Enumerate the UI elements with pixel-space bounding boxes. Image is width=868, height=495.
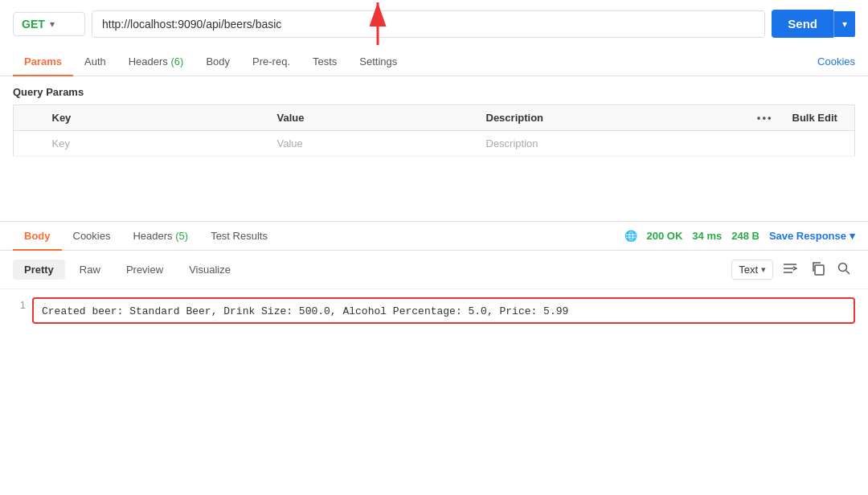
middle-spacer xyxy=(0,157,868,221)
copy-icon[interactable] xyxy=(807,257,829,282)
tab-settings[interactable]: Settings xyxy=(348,47,408,76)
response-meta: 🌐 200 OK 34 ms 248 B Save Response ▾ xyxy=(624,230,856,242)
url-input[interactable] xyxy=(92,11,764,37)
search-icon[interactable] xyxy=(833,257,855,282)
row-description[interactable]: Description xyxy=(477,131,747,157)
text-format-chevron: ▾ xyxy=(761,264,766,275)
url-input-wrapper xyxy=(92,10,765,38)
send-button[interactable]: Send xyxy=(772,10,833,38)
col-value-header: Value xyxy=(268,105,477,131)
tab-prereq[interactable]: Pre-req. xyxy=(241,47,301,76)
method-label: GET xyxy=(22,18,45,31)
top-bar: GET ▾ Send ▾ xyxy=(0,0,868,47)
wrap-icon[interactable] xyxy=(776,258,804,282)
row-checkbox[interactable] xyxy=(14,131,43,157)
line-number: 1 xyxy=(13,297,26,324)
globe-icon: 🌐 xyxy=(624,230,637,242)
response-content-wrapper: Created beer: Standard Beer, Drink Size:… xyxy=(32,297,855,324)
col-desc-header: Description xyxy=(477,105,747,131)
bulk-edit-button[interactable]: Bulk Edit xyxy=(792,112,837,124)
col-dots-header: ••• xyxy=(747,105,783,131)
col-bulk-header: Bulk Edit xyxy=(783,105,855,131)
response-tabs: Body Cookies Headers (5) Test Results 🌐 … xyxy=(0,222,868,251)
response-tab-test-results[interactable]: Test Results xyxy=(199,222,279,250)
text-format-selector[interactable]: Text ▾ xyxy=(731,260,773,280)
send-button-wrapper: Send ▾ xyxy=(772,10,855,38)
col-checkbox xyxy=(14,105,43,131)
request-nav-tabs: Params Auth Headers (6) Body Pre-req. Te… xyxy=(0,47,868,76)
response-section: Body Cookies Headers (5) Test Results 🌐 … xyxy=(0,221,868,332)
response-tab-cookies[interactable]: Cookies xyxy=(62,222,122,250)
response-tab-headers[interactable]: Headers (5) xyxy=(121,222,199,250)
response-text: Created beer: Standard Beer, Drink Size:… xyxy=(42,305,568,317)
svg-point-6 xyxy=(839,264,847,272)
format-tab-pretty[interactable]: Pretty xyxy=(13,260,65,280)
format-tab-preview[interactable]: Preview xyxy=(115,260,174,280)
row-value[interactable]: Value xyxy=(268,131,477,157)
tab-tests[interactable]: Tests xyxy=(301,47,348,76)
tab-body[interactable]: Body xyxy=(194,47,241,76)
dots-icon: ••• xyxy=(757,112,773,124)
status-ok: 200 OK xyxy=(647,230,683,242)
format-tab-raw[interactable]: Raw xyxy=(68,260,112,280)
response-headers-badge: (5) xyxy=(175,230,188,242)
col-key-header: Key xyxy=(43,105,268,131)
query-params-title: Query Params xyxy=(0,76,868,104)
table-row: Key Value Description xyxy=(14,131,855,157)
svg-line-7 xyxy=(846,271,850,275)
text-format-label: Text xyxy=(739,264,758,276)
method-dropdown-chevron: ▾ xyxy=(50,18,55,30)
save-response-button[interactable]: Save Response ▾ xyxy=(769,230,855,242)
params-table: Key Value Description ••• Bulk Edit Key … xyxy=(13,104,855,157)
save-response-chevron: ▾ xyxy=(850,230,855,242)
method-selector[interactable]: GET ▾ xyxy=(13,12,85,36)
response-time: 34 ms xyxy=(692,230,722,242)
svg-rect-5 xyxy=(815,265,824,275)
format-bar: Pretty Raw Preview Visualize Text ▾ xyxy=(0,251,868,289)
format-tab-visualize[interactable]: Visualize xyxy=(178,260,242,280)
row-key[interactable]: Key xyxy=(43,131,268,157)
tab-headers[interactable]: Headers (6) xyxy=(117,47,195,76)
tab-params[interactable]: Params xyxy=(13,47,73,76)
tab-auth[interactable]: Auth xyxy=(73,47,117,76)
headers-badge: (6) xyxy=(171,55,184,68)
response-body: 1 Created beer: Standard Beer, Drink Siz… xyxy=(0,289,868,332)
send-dropdown-button[interactable]: ▾ xyxy=(833,11,855,37)
cookies-link[interactable]: Cookies xyxy=(817,47,855,76)
response-tab-body[interactable]: Body xyxy=(13,222,62,250)
response-size: 248 B xyxy=(731,230,760,242)
